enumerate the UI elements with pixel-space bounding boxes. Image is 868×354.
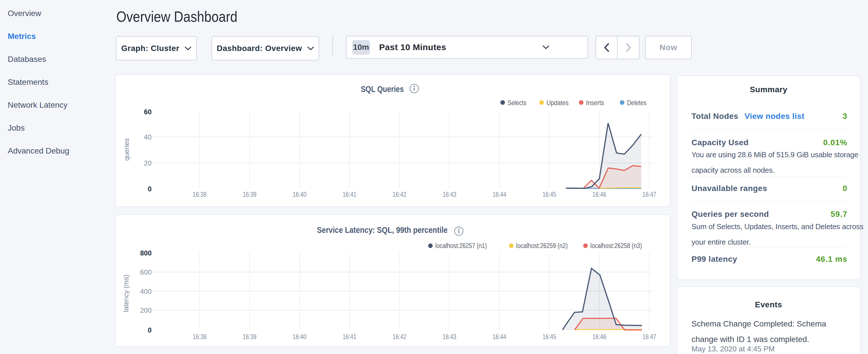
svg-text:16:40: 16:40 <box>292 190 306 198</box>
svg-text:16:38: 16:38 <box>193 190 207 198</box>
svg-text:SQL Queries: SQL Queries <box>361 85 404 94</box>
svg-text:600: 600 <box>140 268 152 276</box>
svg-text:60: 60 <box>144 108 152 116</box>
svg-text:Selects: Selects <box>507 99 526 106</box>
svg-text:Service Latency: SQL, 99th per: Service Latency: SQL, 99th percentile <box>317 225 447 234</box>
svg-text:16:47: 16:47 <box>643 190 656 198</box>
svg-text:16:44: 16:44 <box>493 190 506 198</box>
svg-text:200: 200 <box>140 307 152 314</box>
svg-text:16:40: 16:40 <box>292 333 306 341</box>
svg-text:latency (ms): latency (ms) <box>122 275 130 312</box>
svg-text:16:38: 16:38 <box>193 333 207 341</box>
svg-text:localhost:26257 (n1): localhost:26257 (n1) <box>435 242 487 250</box>
svg-text:Inserts: Inserts <box>586 99 604 106</box>
svg-text:16:47: 16:47 <box>643 333 656 341</box>
svg-text:16:46: 16:46 <box>593 333 607 341</box>
svg-text:16:43: 16:43 <box>443 333 457 341</box>
svg-text:16:41: 16:41 <box>343 333 356 341</box>
svg-text:16:46: 16:46 <box>593 190 607 198</box>
svg-text:localhost:26259 (n2): localhost:26259 (n2) <box>516 242 568 250</box>
svg-text:localhost:26258 (n3): localhost:26258 (n3) <box>590 242 642 250</box>
svg-text:16:39: 16:39 <box>243 333 256 341</box>
svg-text:16:39: 16:39 <box>243 190 256 198</box>
svg-text:Deletes: Deletes <box>627 99 647 106</box>
svg-text:800: 800 <box>140 249 152 257</box>
svg-text:16:44: 16:44 <box>493 333 506 341</box>
svg-text:16:45: 16:45 <box>542 190 556 198</box>
svg-text:20: 20 <box>144 159 152 167</box>
svg-text:400: 400 <box>140 288 152 295</box>
svg-text:40: 40 <box>144 133 152 141</box>
svg-text:queries: queries <box>123 138 130 161</box>
svg-text:16:45: 16:45 <box>542 333 556 341</box>
svg-text:16:43: 16:43 <box>443 190 457 198</box>
svg-text:0: 0 <box>148 185 152 193</box>
svg-text:Updates: Updates <box>547 99 568 106</box>
svg-text:16:41: 16:41 <box>343 190 356 198</box>
svg-text:16:42: 16:42 <box>393 190 406 198</box>
svg-text:0: 0 <box>148 326 152 334</box>
svg-text:16:42: 16:42 <box>393 333 406 341</box>
